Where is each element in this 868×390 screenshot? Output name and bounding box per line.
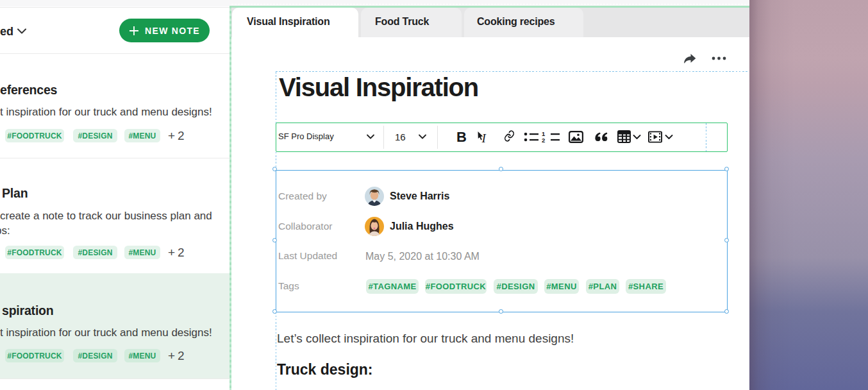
svg-text:2: 2 xyxy=(542,137,545,143)
svg-text:I: I xyxy=(481,131,487,144)
